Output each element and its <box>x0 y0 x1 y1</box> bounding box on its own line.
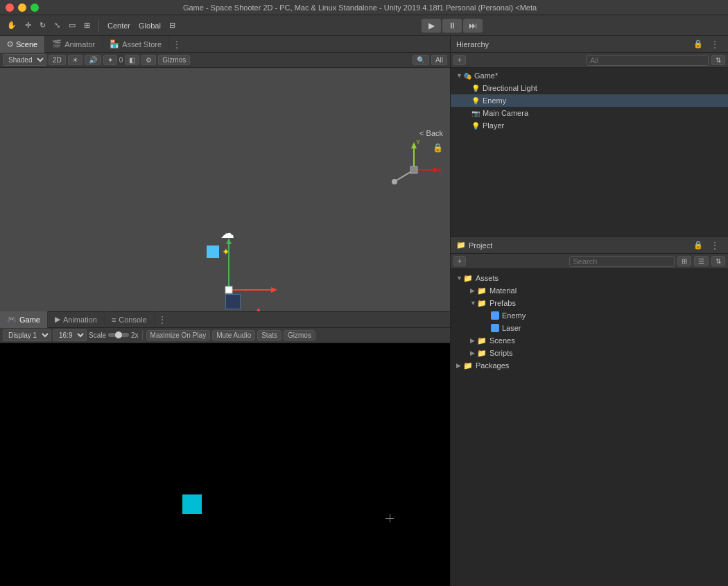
project-search-input[interactable] <box>569 256 675 267</box>
hand-tool-button[interactable]: ✋ <box>4 19 19 31</box>
resolution-dropdown[interactable]: 16:9 <box>53 329 87 341</box>
game-tabs-more-button[interactable]: ⋮ <box>155 314 170 325</box>
center-toggle-button[interactable]: Center <box>105 20 133 31</box>
hierarchy-item-enemy[interactable]: 💡 Enemy <box>451 94 728 107</box>
hier-label-directional-light: Directional Light <box>483 84 537 92</box>
console-tab-label: Console <box>119 316 146 324</box>
tab-console[interactable]: ≡ Console <box>105 311 155 328</box>
all-button[interactable]: All <box>431 55 447 65</box>
move-tool-button[interactable]: ✛ <box>22 19 34 31</box>
hierarchy-item-main-camera[interactable]: 📷 Main Camera <box>451 107 728 119</box>
gizmos-button[interactable]: Gizmos <box>158 55 190 65</box>
tab-animator[interactable]: 🎬 Animator <box>45 36 103 53</box>
tab-game[interactable]: 🎮 Game <box>0 311 48 328</box>
scale-slider-track[interactable] <box>108 333 129 337</box>
step-button[interactable]: ⏭ <box>463 19 483 33</box>
project-header: 📁 Project 🔒 ⋮ <box>451 237 728 254</box>
assets-label: Assets <box>476 274 499 282</box>
project-toggle-1[interactable]: ⊞ <box>677 256 691 266</box>
effects-button[interactable]: ✦ <box>103 55 117 65</box>
light-icon: 💡 <box>471 85 480 92</box>
tab-scene[interactable]: ⊙ Scene <box>0 36 45 53</box>
expand-arrow-game: ▼ <box>456 72 463 79</box>
pause-button[interactable]: ⏸ <box>442 19 462 33</box>
maximize-button[interactable] <box>31 3 39 12</box>
enemy-asset-label: Enemy <box>502 311 526 320</box>
tab-assetstore[interactable]: 🏪 Asset Store <box>103 36 169 53</box>
transform-gizmo <box>205 234 288 311</box>
play-controls: ▶ ⏸ ⏭ <box>422 19 483 33</box>
scripts-expand-arrow: ▶ <box>470 350 477 356</box>
project-item-assets[interactable]: ▼ 📁 Assets <box>451 272 728 284</box>
animator-tab-icon: 🎬 <box>52 40 62 49</box>
project-item-scenes[interactable]: ▶ 📁 Scenes <box>451 334 728 347</box>
minimize-button[interactable] <box>18 3 26 12</box>
hier-label-player: Player <box>483 121 504 130</box>
scale-tool-button[interactable]: ⤡ <box>51 19 63 31</box>
scene-effects-button[interactable]: ⚙ <box>141 55 156 65</box>
hierarchy-more-button[interactable]: ⋮ <box>707 39 722 50</box>
scene-view[interactable]: < Back 🔒 Y X ☁ <box>0 68 450 311</box>
project-lock-icon[interactable]: 🔒 <box>693 241 703 250</box>
hierarchy-search-input[interactable] <box>587 55 709 66</box>
scene-tabs-more-button[interactable]: ⋮ <box>169 39 184 50</box>
project-content: ▼ 📁 Assets ▶ 📁 Material ▼ 📁 Prefabs <box>451 269 728 586</box>
traffic-lights <box>6 3 39 12</box>
material-folder-icon: 📁 <box>477 286 487 295</box>
game-blue-square <box>182 494 202 514</box>
project-item-laser[interactable]: Laser <box>451 322 728 334</box>
project-sort-button[interactable]: ⇅ <box>711 256 725 266</box>
scale-value: 2x <box>131 331 139 339</box>
audio-button[interactable]: 🔊 <box>85 55 101 65</box>
project-item-scripts[interactable]: ▶ 📁 Scripts <box>451 347 728 359</box>
game-gizmos-button[interactable]: Gizmos <box>284 330 315 341</box>
display-dropdown[interactable]: Display 1 <box>3 329 51 341</box>
hierarchy-add-button[interactable]: + <box>453 55 466 65</box>
transform-tool-button[interactable]: ⊞ <box>81 19 93 31</box>
project-item-prefabs[interactable]: ▼ 📁 Prefabs <box>451 297 728 309</box>
game-tab-icon: 🎮 <box>7 315 17 324</box>
material-expand-arrow: ▶ <box>470 287 477 294</box>
prefabs-expand-arrow: ▼ <box>470 300 477 307</box>
2d-toggle-button[interactable]: 2D <box>49 55 66 65</box>
global-toggle-button[interactable]: Global <box>136 20 164 31</box>
stats-button[interactable]: Stats <box>257 330 281 341</box>
assets-folder-icon: 📁 <box>463 274 473 283</box>
play-button[interactable]: ▶ <box>422 19 441 33</box>
hierarchy-content: ▼ 🎭 Game* 💡 Directional Light 💡 Enemy <box>451 68 728 236</box>
packages-expand-arrow: ▶ <box>456 362 463 369</box>
lighting-button[interactable]: ☀ <box>68 55 83 65</box>
rect-tool-button[interactable]: ▭ <box>66 19 78 31</box>
hierarchy-item-directional-light[interactable]: 💡 Directional Light <box>451 82 728 94</box>
prefabs-label: Prefabs <box>489 299 516 307</box>
shading-dropdown[interactable]: Shaded <box>3 54 46 66</box>
project-item-packages[interactable]: ▶ 📁 Packages <box>451 359 728 372</box>
hierarchy-item-player[interactable]: 💡 Player <box>451 119 728 132</box>
animation-tab-icon: ▶ <box>55 315 60 324</box>
maximize-on-play-button[interactable]: Maximize On Play <box>146 330 211 341</box>
rotate-tool-button[interactable]: ↻ <box>37 19 49 31</box>
hierarchy-lock-icon[interactable]: 🔒 <box>693 40 703 49</box>
game-view[interactable] <box>0 343 450 587</box>
grid-button[interactable]: ⊟ <box>166 19 178 31</box>
project-item-material[interactable]: ▶ 📁 Material <box>451 284 728 297</box>
project-add-button[interactable]: + <box>453 256 466 266</box>
project-toggle-2[interactable]: ☰ <box>694 256 709 266</box>
hierarchy-item-game[interactable]: ▼ 🎭 Game* <box>451 69 728 82</box>
laser-asset-icon <box>491 324 499 332</box>
search-button[interactable]: 🔍 <box>413 55 429 65</box>
scale-slider-thumb[interactable] <box>115 331 122 338</box>
hierarchy-toolbar: + ⇅ <box>451 53 728 68</box>
tab-animation[interactable]: ▶ Animation <box>48 311 105 328</box>
mute-audio-button[interactable]: Mute Audio <box>212 330 255 341</box>
project-item-enemy[interactable]: Enemy <box>451 309 728 322</box>
hierarchy-sort-button[interactable]: ⇅ <box>711 55 725 65</box>
hidden-button[interactable]: ◧ <box>125 55 139 65</box>
close-button[interactable] <box>6 3 14 12</box>
scenes-folder-icon: 📁 <box>477 336 487 345</box>
game-toolbar: Display 1 16:9 Scale 2x Maximize On Play… <box>0 328 450 343</box>
packages-folder-icon: 📁 <box>463 361 473 370</box>
project-more-button[interactable]: ⋮ <box>707 240 722 251</box>
camera-gizmo-svg: Y X <box>386 139 442 201</box>
svg-text:Y: Y <box>416 139 420 146</box>
